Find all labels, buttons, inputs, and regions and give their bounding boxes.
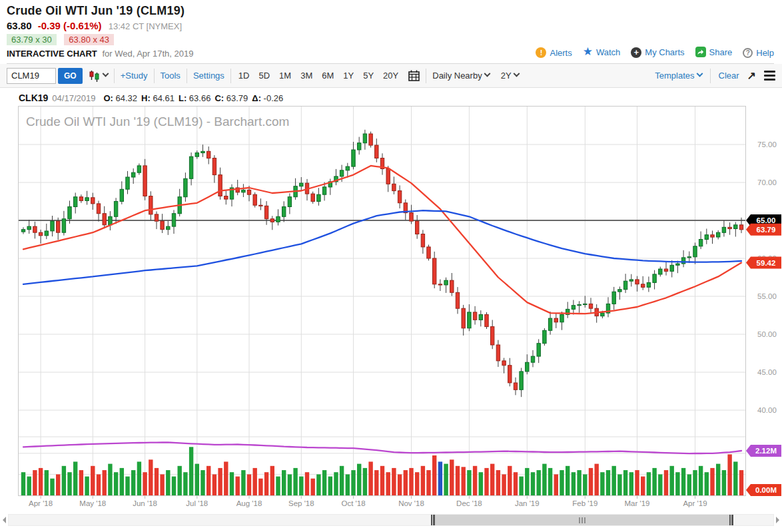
- chart-type-dropdown[interactable]: [89, 70, 108, 82]
- calendar-icon: [408, 70, 420, 81]
- x-axis-label: Apr '19: [683, 499, 707, 507]
- header-link-share[interactable]: Share: [695, 47, 733, 57]
- scroll-left-arrow[interactable]: [3, 517, 6, 523]
- templates-dropdown[interactable]: Templates: [655, 71, 701, 81]
- x-axis-label: Mar '19: [625, 499, 650, 507]
- chart-watermark: Crude Oil WTI Jun '19 (CLM19) - Barchart…: [26, 115, 289, 129]
- quote-header: Crude Oil WTI Jun '19 (CLM19) 63.80 -0.3…: [0, 0, 782, 64]
- range-buttons: 1D5D1M3M6M1Y5Y20Y: [237, 71, 400, 81]
- divider: [426, 69, 426, 83]
- header-link-watch[interactable]: ★Watch: [583, 47, 621, 57]
- price-badge: 59.42: [746, 257, 781, 269]
- change-label: Δ:: [252, 93, 261, 103]
- settings-button[interactable]: Settings: [193, 71, 224, 81]
- range-button-3m[interactable]: 3M: [300, 71, 312, 81]
- low-value: 63.66: [189, 93, 211, 103]
- ohlc-date: 04/17/2019: [52, 93, 95, 103]
- scroll-right-arrow[interactable]: [776, 517, 779, 523]
- range-button-20y[interactable]: 20Y: [383, 71, 398, 81]
- ask-badge: 63.80 x 43: [64, 34, 114, 45]
- scrollbar-right-handle[interactable]: [729, 515, 733, 525]
- y-axis-label: 75.00: [757, 140, 777, 148]
- ohlc-readout: CLK1904/17/2019O: 64.32H: 64.61L: 63.66C…: [0, 88, 782, 106]
- header-link-help[interactable]: ?Help: [743, 48, 774, 58]
- x-axis-label: Nov '18: [398, 499, 424, 507]
- help-icon: ?: [743, 48, 753, 58]
- calendar-button[interactable]: [408, 70, 420, 81]
- svg-text:65.00: 65.00: [757, 216, 776, 224]
- price-volume-chart[interactable]: Crude Oil WTI Jun '19 (CLM19) - Barchart…: [18, 106, 782, 509]
- link-label: Help: [756, 48, 774, 58]
- y-axis-label: 50.00: [757, 330, 777, 338]
- x-axis-label: Dec '18: [456, 499, 482, 507]
- toolbar-right: Templates Clear ↗: [655, 69, 775, 83]
- price-badge: 2.12M: [746, 445, 781, 457]
- y-axis-label: 45.00: [757, 368, 777, 376]
- go-button[interactable]: GO: [58, 68, 83, 84]
- x-axis-label: Oct '18: [341, 499, 365, 507]
- ma-blue-line: [23, 210, 741, 284]
- last-price: 63.80: [7, 20, 32, 31]
- x-axis-label: Jul '18: [186, 499, 208, 507]
- header-link-alerts[interactable]: !Alerts: [536, 47, 572, 58]
- x-axis-label: Apr '18: [29, 499, 53, 507]
- x-axis-label: Jan '19: [515, 499, 540, 507]
- range-button-5d[interactable]: 5D: [258, 71, 270, 81]
- header-links: !Alerts★Watch+My ChartsShare?Help: [525, 47, 774, 58]
- header-link-my-charts[interactable]: +My Charts: [631, 47, 684, 58]
- y-axis-label: 40.00: [757, 406, 777, 414]
- chevron-down-icon: [513, 71, 520, 77]
- frequency-value: Daily Nearby: [432, 71, 482, 81]
- range-button-1y[interactable]: 1Y: [343, 71, 354, 81]
- svg-text:63.79: 63.79: [757, 226, 776, 234]
- range-button-5y[interactable]: 5Y: [363, 71, 374, 81]
- range-button-1d[interactable]: 1D: [238, 71, 250, 81]
- price-badge: 63.79: [746, 224, 781, 236]
- range-button-1m[interactable]: 1M: [279, 71, 291, 81]
- candlestick-icon: [89, 70, 101, 82]
- link-label: My Charts: [645, 47, 684, 57]
- svg-text:2.12M: 2.12M: [755, 447, 777, 455]
- x-axis-label: Feb '19: [572, 499, 597, 507]
- barchart-interactive-chart-page: Crude Oil WTI Jun '19 (CLM19) 63.80 -0.3…: [0, 0, 782, 532]
- x-axis-label: Jun '18: [133, 499, 157, 507]
- chart-horizontal-scrollbar: [3, 513, 779, 527]
- add-study-button[interactable]: +Study: [121, 71, 148, 81]
- bid-badge: 63.79 x 30: [7, 34, 57, 45]
- divider: [114, 69, 115, 83]
- range-button-6m[interactable]: 6M: [322, 71, 334, 81]
- price-row: 63.80 -0.39 (-0.61%) 13:42 CT [NYMEX]: [7, 20, 774, 31]
- open-value: 64.32: [116, 93, 138, 103]
- menu-icon[interactable]: [764, 71, 775, 81]
- divider: [187, 69, 187, 83]
- divider: [154, 69, 155, 83]
- chart-toolbar: GO +Study Tools Settings 1D5D1M3M6M1Y5Y2…: [0, 64, 782, 88]
- open-label: O:: [103, 93, 113, 103]
- quote-time: 13:42 CT [NYMEX]: [109, 21, 182, 31]
- page-title: Crude Oil WTI Jun '19 (CLM19): [7, 4, 774, 18]
- chevron-down-icon: [484, 71, 490, 77]
- link-label: Alerts: [550, 48, 572, 58]
- clear-button[interactable]: Clear: [719, 71, 739, 81]
- scrollbar-left-handle[interactable]: [431, 515, 435, 525]
- expand-arrow-icon[interactable]: ↗: [747, 69, 756, 82]
- star-icon: ★: [583, 47, 593, 57]
- chart-area[interactable]: Crude Oil WTI Jun '19 (CLM19) - Barchart…: [18, 106, 782, 509]
- section-date: for Wed, Apr 17th, 2019: [102, 49, 193, 59]
- x-axis-label: May '18: [79, 499, 106, 507]
- close-label: C:: [214, 93, 224, 103]
- frequency-dropdown[interactable]: Daily Nearby: [432, 71, 489, 81]
- x-axis-label: Sep '18: [288, 499, 314, 507]
- scrollbar-track[interactable]: [8, 514, 774, 526]
- close-value: 63.79: [226, 93, 248, 103]
- scrollbar-thumb[interactable]: [431, 515, 734, 525]
- plus-circle-icon: +: [631, 47, 641, 58]
- alert-icon: !: [536, 47, 546, 58]
- price-change: -0.39 (-0.61%): [38, 20, 102, 31]
- period-dropdown[interactable]: 2Y: [501, 71, 519, 81]
- tools-button[interactable]: Tools: [161, 71, 181, 81]
- svg-text:0.00M: 0.00M: [755, 486, 777, 494]
- ma-red-line: [23, 166, 741, 314]
- symbol-input[interactable]: [7, 68, 56, 84]
- y-axis-label: 55.00: [757, 292, 777, 300]
